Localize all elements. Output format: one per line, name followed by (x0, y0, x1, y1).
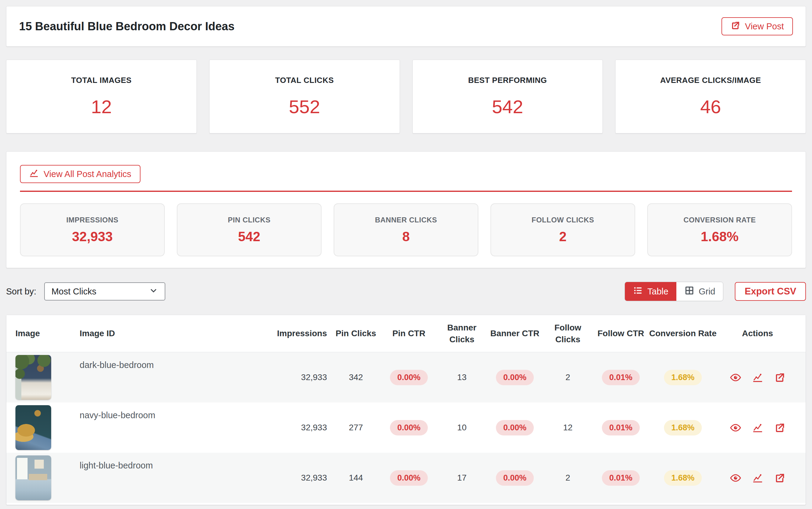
stat-card-average-clicks: AVERAGE CLICKS/IMAGE 46 (615, 60, 806, 133)
follow-ctr-badge: 0.01% (602, 420, 640, 436)
view-all-post-analytics-button[interactable]: View All Post Analytics (20, 165, 140, 183)
external-link-icon[interactable] (774, 472, 785, 483)
banner-ctr-badge: 0.00% (496, 420, 534, 436)
mini-label: IMPRESSIONS (66, 216, 118, 224)
row-thumbnail[interactable] (15, 455, 51, 500)
mini-value: 2 (559, 229, 566, 244)
eye-icon[interactable] (730, 472, 741, 483)
follow-clicks-value: 2 (541, 373, 594, 382)
col-follow-clicks: Follow Clicks (541, 322, 594, 345)
mini-label: FOLLOW CLICKS (532, 216, 594, 224)
col-image: Image (15, 328, 79, 339)
mini-value: 1.68% (701, 229, 739, 244)
view-post-label: View Post (745, 22, 784, 31)
mini-label: PIN CLICKS (228, 216, 270, 224)
pin-ctr-badge: 0.00% (390, 470, 428, 486)
external-link-icon[interactable] (774, 372, 785, 383)
row-thumbnail[interactable] (15, 355, 51, 400)
table-view-button[interactable]: Table (625, 282, 676, 301)
stat-label: BEST PERFORMING (468, 76, 547, 85)
pin-clicks-value: 342 (329, 373, 382, 382)
eye-icon[interactable] (730, 422, 741, 433)
chevron-down-icon (149, 286, 158, 297)
view-post-button[interactable]: View Post (721, 17, 793, 35)
banner-ctr-badge: 0.00% (496, 370, 534, 385)
trending-chart-icon[interactable] (752, 472, 763, 483)
trending-chart-icon (29, 168, 39, 180)
mini-label: BANNER CLICKS (375, 216, 437, 224)
image-id: dark-blue-bedroom (79, 352, 254, 370)
sort-select-value: Most Clicks (52, 286, 96, 297)
stat-card-total-images: TOTAL IMAGES 12 (6, 60, 197, 133)
impressions-value: 32,933 (254, 373, 329, 382)
sort-select[interactable]: Most Clicks (44, 282, 165, 301)
stat-label: TOTAL IMAGES (71, 76, 132, 85)
stat-card-best-performing: BEST PERFORMING 542 (412, 60, 603, 133)
stat-label: AVERAGE CLICKS/IMAGE (660, 76, 761, 85)
grid-view-label: Grid (699, 286, 715, 297)
follow-clicks-value: 2 (541, 473, 594, 483)
table-row: dark-blue-bedroom 32,933 342 0.00% 13 0.… (6, 352, 806, 403)
table-row: navy-blue-bedroom 32,933 277 0.00% 10 0.… (6, 403, 806, 453)
grid-view-button[interactable]: Grid (676, 282, 723, 301)
stat-card-total-clicks: TOTAL CLICKS 552 (209, 60, 400, 133)
grid-icon (684, 285, 694, 298)
pin-ctr-badge: 0.00% (390, 370, 428, 385)
follow-clicks-value: 12 (541, 423, 594, 433)
row-actions (718, 422, 797, 433)
follow-ctr-badge: 0.01% (602, 470, 640, 486)
banner-clicks-value: 17 (435, 473, 488, 483)
trending-chart-icon[interactable] (752, 372, 763, 383)
row-thumbnail[interactable] (15, 405, 51, 450)
impressions-value: 32,933 (254, 473, 329, 483)
follow-ctr-badge: 0.01% (602, 370, 640, 385)
row-actions (718, 472, 797, 483)
col-impressions: Impressions (254, 328, 329, 339)
col-banner-ctr: Banner CTR (488, 328, 541, 339)
col-conversion-rate: Conversion Rate (647, 328, 718, 339)
banner-clicks-value: 10 (435, 423, 488, 433)
mini-value: 32,933 (72, 229, 113, 244)
list-icon (633, 285, 643, 298)
impressions-value: 32,933 (254, 423, 329, 433)
analytics-mini-cards: IMPRESSIONS 32,933 PIN CLICKS 542 BANNER… (20, 203, 792, 256)
mini-card-impressions: IMPRESSIONS 32,933 (20, 203, 165, 256)
stat-value: 12 (91, 96, 112, 117)
mini-card-pin-clicks: PIN CLICKS 542 (177, 203, 322, 256)
col-actions: Actions (718, 328, 797, 339)
mini-value: 8 (402, 229, 410, 244)
page-title: 15 Beautiful Blue Bedroom Decor Ideas (19, 20, 235, 33)
images-table: Image Image ID Impressions Pin Clicks Pi… (6, 315, 806, 505)
eye-icon[interactable] (730, 372, 741, 383)
pin-clicks-value: 144 (329, 473, 382, 483)
post-analytics-panel: View All Post Analytics IMPRESSIONS 32,9… (6, 151, 806, 268)
conversion-rate-badge: 1.68% (664, 370, 702, 385)
trending-chart-icon[interactable] (752, 422, 763, 433)
image-id: light-blue-bedroom (79, 453, 254, 471)
stat-value: 542 (492, 96, 523, 117)
mini-value: 542 (238, 229, 260, 244)
pin-clicks-value: 277 (329, 423, 382, 433)
post-header: 15 Beautiful Blue Bedroom Decor Ideas Vi… (6, 6, 806, 46)
sort-by-label: Sort by: (6, 286, 36, 297)
external-link-icon (730, 21, 740, 32)
table-header-row: Image Image ID Impressions Pin Clicks Pi… (6, 315, 806, 352)
external-link-icon[interactable] (774, 422, 785, 433)
table-view-label: Table (647, 286, 668, 297)
row-actions (718, 372, 797, 383)
stat-label: TOTAL CLICKS (275, 76, 334, 85)
mini-card-conversion-rate: CONVERSION RATE 1.68% (647, 203, 792, 256)
col-pin-ctr: Pin CTR (382, 328, 435, 339)
pin-ctr-badge: 0.00% (390, 420, 428, 436)
col-image-id: Image ID (79, 328, 254, 339)
conversion-rate-badge: 1.68% (664, 420, 702, 436)
mini-card-banner-clicks: BANNER CLICKS 8 (334, 203, 478, 256)
view-toggle: Table Grid (625, 282, 723, 301)
image-id: navy-blue-bedroom (79, 403, 254, 420)
mini-label: CONVERSION RATE (683, 216, 756, 224)
table-row: light-blue-bedroom 32,933 144 0.00% 17 0… (6, 453, 806, 503)
view-all-post-analytics-label: View All Post Analytics (43, 169, 131, 179)
stat-value: 552 (289, 96, 320, 117)
summary-stats-row: TOTAL IMAGES 12 TOTAL CLICKS 552 BEST PE… (6, 60, 806, 133)
export-csv-button[interactable]: Export CSV (735, 282, 806, 301)
